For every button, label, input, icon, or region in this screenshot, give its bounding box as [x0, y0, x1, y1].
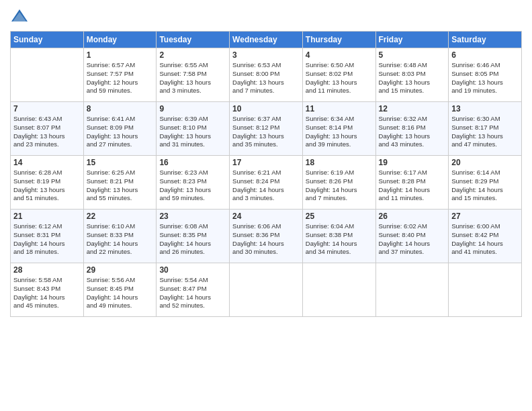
day-number: 24 — [232, 212, 300, 221]
day-info: Sunrise: 6:12 AM Sunset: 8:31 PM Dayligh… — [13, 222, 81, 257]
day-number: 11 — [306, 104, 373, 113]
calendar-week-2: 7Sunrise: 6:43 AM Sunset: 8:07 PM Daylig… — [11, 102, 522, 156]
calendar-cell: 25Sunrise: 6:04 AM Sunset: 8:38 PM Dayli… — [302, 210, 375, 263]
calendar-cell: 17Sunrise: 6:21 AM Sunset: 8:24 PM Dayli… — [230, 156, 303, 210]
calendar-table: SundayMondayTuesdayWednesdayThursdayFrid… — [10, 31, 522, 317]
calendar-cell — [375, 263, 449, 317]
day-info: Sunrise: 6:32 AM Sunset: 8:16 PM Dayligh… — [379, 115, 446, 149]
day-info: Sunrise: 6:55 AM Sunset: 7:58 PM Dayligh… — [159, 61, 226, 95]
day-info: Sunrise: 6:04 AM Sunset: 8:38 PM Dayligh… — [306, 222, 373, 257]
calendar-cell: 12Sunrise: 6:32 AM Sunset: 8:16 PM Dayli… — [375, 102, 449, 156]
calendar-cell: 13Sunrise: 6:30 AM Sunset: 8:17 PM Dayli… — [449, 102, 522, 156]
header — [10, 7, 522, 26]
day-info: Sunrise: 6:19 AM Sunset: 8:26 PM Dayligh… — [306, 169, 373, 203]
day-header-wednesday: Wednesday — [230, 32, 303, 48]
day-info: Sunrise: 6:48 AM Sunset: 8:03 PM Dayligh… — [379, 61, 446, 95]
day-info: Sunrise: 6:53 AM Sunset: 8:00 PM Dayligh… — [232, 61, 300, 95]
day-info: Sunrise: 6:25 AM Sunset: 8:21 PM Dayligh… — [87, 169, 154, 203]
day-number: 29 — [87, 265, 154, 275]
calendar-cell: 4Sunrise: 6:50 AM Sunset: 8:02 PM Daylig… — [302, 48, 375, 102]
calendar-cell: 22Sunrise: 6:10 AM Sunset: 8:33 PM Dayli… — [83, 210, 157, 263]
calendar-cell: 23Sunrise: 6:08 AM Sunset: 8:35 PM Dayli… — [157, 210, 230, 263]
day-number: 10 — [232, 104, 300, 113]
day-info: Sunrise: 6:50 AM Sunset: 8:02 PM Dayligh… — [306, 61, 373, 95]
calendar-cell: 9Sunrise: 6:39 AM Sunset: 8:10 PM Daylig… — [157, 102, 230, 156]
day-header-sunday: Sunday — [11, 32, 84, 48]
day-number: 18 — [306, 158, 373, 167]
day-number: 22 — [87, 212, 154, 221]
calendar-cell: 10Sunrise: 6:37 AM Sunset: 8:12 PM Dayli… — [230, 102, 303, 156]
calendar-week-4: 21Sunrise: 6:12 AM Sunset: 8:31 PM Dayli… — [11, 210, 522, 263]
day-info: Sunrise: 6:02 AM Sunset: 8:40 PM Dayligh… — [379, 222, 446, 257]
calendar-cell: 5Sunrise: 6:48 AM Sunset: 8:03 PM Daylig… — [375, 48, 449, 102]
calendar-cell — [230, 263, 303, 317]
calendar-cell: 21Sunrise: 6:12 AM Sunset: 8:31 PM Dayli… — [11, 210, 84, 263]
day-number: 1 — [87, 50, 154, 60]
calendar-cell: 6Sunrise: 6:46 AM Sunset: 8:05 PM Daylig… — [449, 48, 522, 102]
day-number: 17 — [232, 158, 300, 167]
calendar-cell: 2Sunrise: 6:55 AM Sunset: 7:58 PM Daylig… — [157, 48, 230, 102]
calendar-header-row: SundayMondayTuesdayWednesdayThursdayFrid… — [11, 32, 522, 48]
day-info: Sunrise: 6:14 AM Sunset: 8:29 PM Dayligh… — [451, 169, 519, 203]
calendar-cell: 18Sunrise: 6:19 AM Sunset: 8:26 PM Dayli… — [302, 156, 375, 210]
day-info: Sunrise: 5:56 AM Sunset: 8:45 PM Dayligh… — [87, 276, 154, 310]
day-info: Sunrise: 6:34 AM Sunset: 8:14 PM Dayligh… — [306, 115, 373, 149]
calendar-week-5: 28Sunrise: 5:58 AM Sunset: 8:43 PM Dayli… — [11, 263, 522, 317]
day-info: Sunrise: 6:39 AM Sunset: 8:10 PM Dayligh… — [159, 115, 226, 149]
calendar-cell: 26Sunrise: 6:02 AM Sunset: 8:40 PM Dayli… — [375, 210, 449, 263]
day-info: Sunrise: 6:00 AM Sunset: 8:42 PM Dayligh… — [451, 222, 519, 257]
day-info: Sunrise: 6:21 AM Sunset: 8:24 PM Dayligh… — [232, 169, 300, 203]
calendar-cell: 11Sunrise: 6:34 AM Sunset: 8:14 PM Dayli… — [302, 102, 375, 156]
day-info: Sunrise: 5:58 AM Sunset: 8:43 PM Dayligh… — [13, 276, 81, 310]
logo-icon — [10, 7, 29, 26]
calendar-cell: 20Sunrise: 6:14 AM Sunset: 8:29 PM Dayli… — [449, 156, 522, 210]
day-info: Sunrise: 6:30 AM Sunset: 8:17 PM Dayligh… — [451, 115, 519, 149]
calendar-cell: 7Sunrise: 6:43 AM Sunset: 8:07 PM Daylig… — [11, 102, 84, 156]
day-number: 8 — [87, 104, 154, 113]
calendar-cell: 24Sunrise: 6:06 AM Sunset: 8:36 PM Dayli… — [230, 210, 303, 263]
day-number: 23 — [159, 212, 226, 221]
day-info: Sunrise: 6:17 AM Sunset: 8:28 PM Dayligh… — [379, 169, 446, 203]
calendar-cell: 1Sunrise: 6:57 AM Sunset: 7:57 PM Daylig… — [83, 48, 157, 102]
calendar-cell — [302, 263, 375, 317]
calendar-cell — [449, 263, 522, 317]
day-info: Sunrise: 6:06 AM Sunset: 8:36 PM Dayligh… — [232, 222, 300, 257]
calendar-cell: 3Sunrise: 6:53 AM Sunset: 8:00 PM Daylig… — [230, 48, 303, 102]
day-number: 21 — [13, 212, 81, 221]
day-number: 12 — [379, 104, 446, 113]
calendar-cell: 16Sunrise: 6:23 AM Sunset: 8:23 PM Dayli… — [157, 156, 230, 210]
day-number: 5 — [379, 50, 446, 60]
day-number: 9 — [159, 104, 226, 113]
day-header-monday: Monday — [83, 32, 157, 48]
day-number: 25 — [306, 212, 373, 221]
day-number: 19 — [379, 158, 446, 167]
calendar-week-1: 1Sunrise: 6:57 AM Sunset: 7:57 PM Daylig… — [11, 48, 522, 102]
day-number: 30 — [159, 265, 226, 275]
day-info: Sunrise: 6:10 AM Sunset: 8:33 PM Dayligh… — [87, 222, 154, 257]
day-info: Sunrise: 6:57 AM Sunset: 7:57 PM Dayligh… — [87, 61, 154, 95]
day-number: 16 — [159, 158, 226, 167]
day-info: Sunrise: 6:08 AM Sunset: 8:35 PM Dayligh… — [159, 222, 226, 257]
day-info: Sunrise: 6:23 AM Sunset: 8:23 PM Dayligh… — [159, 169, 226, 203]
calendar-cell: 15Sunrise: 6:25 AM Sunset: 8:21 PM Dayli… — [83, 156, 157, 210]
calendar-page: SundayMondayTuesdayWednesdayThursdayFrid… — [0, 0, 532, 411]
day-header-tuesday: Tuesday — [157, 32, 230, 48]
day-number: 15 — [87, 158, 154, 167]
day-number: 13 — [451, 104, 519, 113]
day-number: 4 — [306, 50, 373, 60]
day-number: 7 — [13, 104, 81, 113]
day-number: 27 — [451, 212, 519, 221]
day-number: 6 — [451, 50, 519, 60]
day-number: 3 — [232, 50, 300, 60]
day-info: Sunrise: 6:28 AM Sunset: 8:19 PM Dayligh… — [13, 169, 81, 203]
day-header-friday: Friday — [375, 32, 449, 48]
logo — [10, 7, 32, 26]
calendar-cell: 29Sunrise: 5:56 AM Sunset: 8:45 PM Dayli… — [83, 263, 157, 317]
calendar-cell: 8Sunrise: 6:41 AM Sunset: 8:09 PM Daylig… — [83, 102, 157, 156]
calendar-cell — [11, 48, 84, 102]
calendar-week-3: 14Sunrise: 6:28 AM Sunset: 8:19 PM Dayli… — [11, 156, 522, 210]
day-number: 28 — [13, 265, 81, 275]
day-info: Sunrise: 6:37 AM Sunset: 8:12 PM Dayligh… — [232, 115, 300, 149]
calendar-cell: 14Sunrise: 6:28 AM Sunset: 8:19 PM Dayli… — [11, 156, 84, 210]
calendar-cell: 27Sunrise: 6:00 AM Sunset: 8:42 PM Dayli… — [449, 210, 522, 263]
